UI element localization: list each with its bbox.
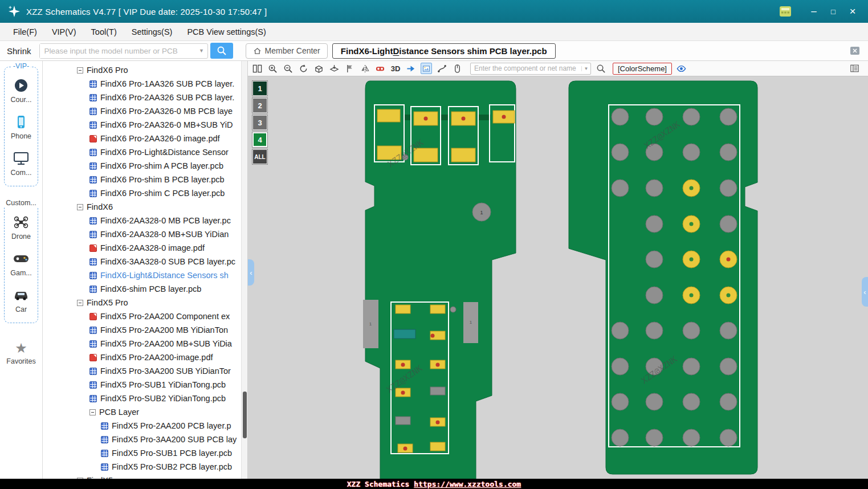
- layer-button-2[interactable]: 2: [252, 98, 267, 113]
- tree-group-row[interactable]: FindX6: [43, 200, 247, 214]
- sidebar-item-car[interactable]: Car: [13, 287, 29, 313]
- component-search-combo[interactable]: ▼: [470, 63, 591, 75]
- tree-group-row[interactable]: FindX5: [43, 474, 247, 479]
- flag-icon[interactable]: [344, 63, 355, 74]
- arrow-right-icon[interactable]: [405, 63, 417, 74]
- tree-file-row[interactable]: FindX6-shim PCB layer.pcb: [43, 282, 247, 296]
- pcb-pad-hole[interactable]: [683, 429, 700, 446]
- chevron-down-icon[interactable]: ▼: [581, 66, 590, 71]
- tree-file-row[interactable]: FindX6 Pro-1AA326 SUB PCB layer.: [43, 77, 247, 91]
- tree-file-row[interactable]: FindX5 Pro-SUB1 PCB layer.pcb: [43, 446, 247, 460]
- pcb-pad-hole[interactable]: [720, 322, 737, 339]
- eye-icon[interactable]: [676, 63, 687, 74]
- pcb-pad-hole[interactable]: [720, 144, 737, 161]
- tree-group-row[interactable]: PCB Layer: [43, 405, 247, 419]
- tree-file-row[interactable]: FindX5 Pro-SUB2 YiDianTong.pcb: [43, 392, 247, 405]
- sidebar-item-course[interactable]: Cour...: [11, 78, 32, 104]
- pcb-pad-hole[interactable]: [720, 215, 737, 233]
- sidebar-item-phone[interactable]: Phone: [11, 114, 31, 140]
- pcb-pad-hole[interactable]: [720, 358, 737, 375]
- pcb-pad-hole[interactable]: [646, 429, 663, 446]
- layer-button-1[interactable]: 1: [252, 81, 267, 96]
- sidebar-item-drone[interactable]: Drone: [11, 214, 31, 241]
- pcb-pad-hole[interactable]: [646, 108, 663, 125]
- pcb-pad-hole[interactable]: [646, 393, 663, 410]
- pcb-pad-hole[interactable]: [646, 322, 663, 339]
- menu-tool[interactable]: Tool(T): [84, 23, 124, 40]
- tree-file-row[interactable]: FindX6 Pro-shim A PCB layer.pcb: [43, 159, 247, 173]
- mirror-flip-icon[interactable]: [359, 63, 370, 74]
- tree-file-row[interactable]: FindX6-2AA328-0 MB+SUB YiDian: [43, 227, 247, 241]
- measure-curve-icon[interactable]: [436, 63, 447, 74]
- minimize-button[interactable]: –: [804, 3, 824, 19]
- layer-button-all[interactable]: ALL: [252, 149, 267, 164]
- pcb-pad-hole[interactable]: [683, 358, 700, 375]
- pcb-pad-hole[interactable]: [612, 180, 629, 197]
- tree-file-row[interactable]: FindX5 Pro-3AA200 SUB YiDianTor: [43, 364, 247, 378]
- 3d-button[interactable]: 3D: [390, 63, 401, 74]
- pcb-pad-hole[interactable]: [646, 287, 663, 304]
- chevron-down-icon[interactable]: ▼: [196, 48, 207, 54]
- collapse-minus-icon[interactable]: [89, 409, 96, 415]
- pcb-canvas-area[interactable]: 1234ALL ‹ ‹: [248, 76, 868, 479]
- zoom-in-icon[interactable]: [267, 63, 278, 74]
- tree-file-row[interactable]: FindX5 Pro-SUB1 YiDianTong.pcb: [43, 378, 247, 392]
- colorscheme-button[interactable]: [ColorScheme]: [613, 63, 672, 75]
- tree-file-row[interactable]: FindX6 Pro-Light&Distance Sensor: [43, 145, 247, 159]
- collapse-minus-icon[interactable]: [77, 300, 83, 306]
- pcb-pad-hole[interactable]: [683, 393, 700, 410]
- menu-settings[interactable]: Settings(S): [124, 23, 180, 40]
- tree-file-row[interactable]: FindX6 Pro-2AA326-0 image.pdf: [43, 132, 247, 145]
- pcb-pad-hole[interactable]: [683, 108, 700, 125]
- statusbar-url[interactable]: https://www.xzztools.com: [414, 480, 521, 488]
- layer-button-3[interactable]: 3: [252, 115, 267, 130]
- close-button[interactable]: ×: [843, 3, 862, 19]
- pcb-pad-hole[interactable]: [612, 393, 629, 410]
- tree-scrollbar-thumb[interactable]: [243, 392, 247, 438]
- tree-file-row[interactable]: FindX6-2AA328-0 image.pdf: [43, 241, 247, 255]
- red-mode-icon[interactable]: [374, 63, 386, 74]
- close-view-icon[interactable]: [850, 46, 860, 55]
- maximize-button[interactable]: □: [824, 3, 843, 19]
- collapse-minus-icon[interactable]: [77, 67, 83, 74]
- tree-file-row[interactable]: FindX5 Pro-2AA200 MB YiDianTon: [43, 323, 247, 337]
- pcb-pad-hole[interactable]: [612, 322, 629, 339]
- top-layer-icon[interactable]: [313, 63, 324, 74]
- tree-file-row[interactable]: FindX5 Pro-2AA200 Component ex: [43, 309, 247, 323]
- model-search-input[interactable]: [40, 44, 196, 58]
- sidebar-item-computer[interactable]: Com...: [11, 150, 32, 177]
- tree-file-row[interactable]: FindX6 Pro-2AA326 SUB PCB layer.: [43, 91, 247, 104]
- bottom-layer-icon[interactable]: [328, 63, 340, 74]
- shrink-button[interactable]: Shrink: [7, 46, 31, 56]
- document-tab[interactable]: FindX6-LightDistance Sensors shim PCB la…: [332, 43, 556, 59]
- tree-group-row[interactable]: FindX5 Pro: [43, 296, 247, 309]
- rotate-icon[interactable]: [298, 63, 309, 74]
- collapse-minus-icon[interactable]: [77, 204, 83, 210]
- pcb-pad-hole[interactable]: [720, 393, 737, 410]
- collapse-tree-handle[interactable]: ‹: [248, 259, 254, 286]
- panel-list-icon[interactable]: [849, 63, 860, 74]
- zoom-out-icon[interactable]: [282, 63, 294, 74]
- pcb-pad-hole[interactable]: [646, 215, 663, 233]
- pcb-drawing[interactable]: 1 1 1: [248, 76, 868, 479]
- tree-file-row[interactable]: FindX5 Pro-3AA200 SUB PCB lay: [43, 433, 247, 446]
- layer-button-4[interactable]: 4: [252, 132, 267, 147]
- tree-scrollbar[interactable]: [241, 61, 247, 479]
- menu-vip[interactable]: VIP(V): [44, 23, 84, 40]
- tree-file-row[interactable]: FindX6-3AA328-0 SUB PCB layer.pc: [43, 255, 247, 268]
- component-search-input[interactable]: [471, 64, 581, 72]
- pcb-pad-hole[interactable]: [683, 144, 700, 161]
- pcb-pad-hole[interactable]: [612, 358, 629, 375]
- pcb-pad-hole[interactable]: [683, 322, 700, 339]
- sidebar-item-favorites[interactable]: ★ Favorites: [6, 341, 35, 365]
- tree-file-row[interactable]: FindX6-Light&Distance Sensors sh: [43, 268, 247, 282]
- menu-pcb-view-settings[interactable]: PCB View settings(S): [180, 23, 273, 40]
- pcb-pad-hole[interactable]: [720, 429, 737, 446]
- tree-file-row[interactable]: FindX6 Pro-2AA326-0 MB+SUB YiD: [43, 118, 247, 132]
- expand-right-panel-handle[interactable]: ‹: [862, 277, 868, 307]
- tree-file-row[interactable]: FindX6-2AA328-0 MB PCB layer.pc: [43, 214, 247, 227]
- pcb-pad-hole[interactable]: [646, 180, 663, 197]
- tree-file-row[interactable]: FindX6 Pro-shim C PCB layer.pcb: [43, 186, 247, 200]
- pcb-pad-hole[interactable]: [612, 429, 629, 446]
- calculator-icon[interactable]: [779, 6, 792, 17]
